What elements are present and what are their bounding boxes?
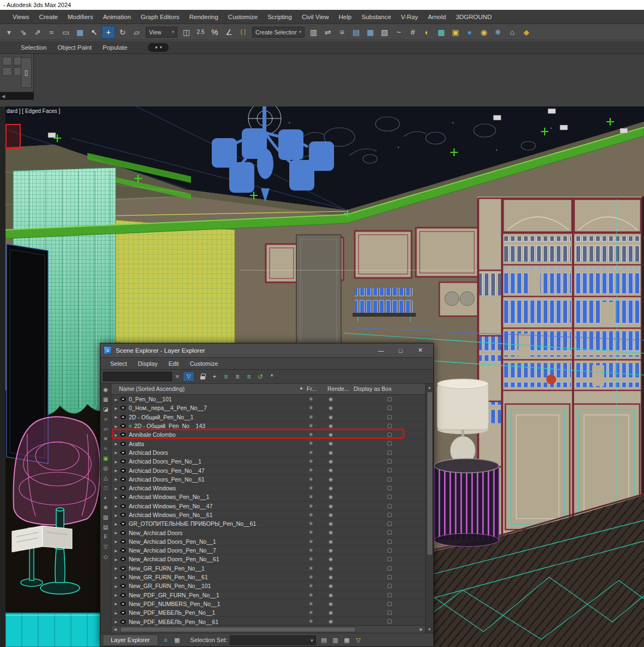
renderable-icon[interactable]: ◉: [329, 619, 333, 624]
display-as-box-icon[interactable]: ▢: [387, 423, 392, 429]
renderable-icon[interactable]: ◉: [329, 574, 333, 580]
display-materials-icon[interactable]: ◐: [102, 493, 110, 502]
menu-modifiers[interactable]: Modifiers: [63, 11, 98, 22]
frozen-icon[interactable]: ❄: [309, 467, 313, 473]
layer-row-new-pdf-мебель-pen-no-61[interactable]: ▶New_PDF_МЕБЕЛЬ_Pen_No__61❄◉▢: [111, 617, 425, 625]
lock-layers-icon[interactable]: [198, 372, 208, 382]
expand-arrow-icon[interactable]: ▶: [113, 504, 119, 508]
layer-row-new-archicad-doors-pen-no-1[interactable]: ▶New_Archicad Doors_Pen_No__1❄◉▢: [111, 537, 425, 546]
layer-row-new-archicad-doors[interactable]: ▶New_Archicad Doors❄◉▢: [111, 528, 425, 537]
visibility-eye-icon[interactable]: [120, 593, 126, 597]
ribbon-tab-populate[interactable]: Populate: [97, 43, 133, 52]
display-as-box-icon[interactable]: ▢: [387, 467, 392, 473]
expand-arrow-icon[interactable]: ▶: [113, 611, 119, 615]
display-as-box-icon[interactable]: ▢: [387, 440, 392, 446]
frozen-icon[interactable]: ❄: [309, 450, 313, 455]
frozen-icon[interactable]: ❄: [309, 494, 313, 500]
display-as-box-icon[interactable]: ▢: [387, 449, 392, 455]
visibility-eye-icon[interactable]: [120, 610, 126, 615]
visibility-eye-icon[interactable]: [120, 584, 126, 588]
renderable-icon[interactable]: ◉: [329, 467, 333, 473]
scroll-left-icon[interactable]: ◀: [111, 626, 119, 632]
sync-layers-icon[interactable]: ↺: [255, 372, 265, 382]
display-as-box-icon[interactable]: ▢: [387, 565, 392, 571]
expand-arrow-icon[interactable]: ▶: [113, 575, 119, 579]
bind-to-space-warp-icon[interactable]: ≈: [45, 26, 58, 39]
renderable-icon[interactable]: ◉: [329, 423, 333, 429]
visibility-eye-icon[interactable]: [120, 575, 126, 579]
display-spacewarps-icon[interactable]: ≈: [102, 444, 110, 453]
panel-button[interactable]: [2, 57, 12, 66]
visibility-eye-icon[interactable]: [120, 620, 126, 624]
display-as-box-icon[interactable]: ▢: [387, 618, 392, 624]
vscroll-thumb[interactable]: [427, 391, 433, 555]
named-selection-set-dropdown[interactable]: Create Selection Se▾: [252, 27, 305, 38]
layer-row-archicad-windows-pen-no-61[interactable]: ▶Archicad Windows_Pen_No__61❄◉▢: [111, 511, 425, 519]
visibility-eye-icon[interactable]: [120, 432, 126, 437]
frozen-icon[interactable]: ❄: [309, 530, 313, 535]
renderable-icon[interactable]: ◉: [329, 583, 333, 589]
expand-arrow-icon[interactable]: ▶: [113, 531, 119, 535]
display-lights-icon[interactable]: ○: [102, 414, 110, 423]
layer-row-new-pdf-мебель-pen-no-1[interactable]: ▶New_PDF_МЕБЕЛЬ_Pen_No__1❄◉▢: [111, 608, 425, 617]
display-as-box-icon[interactable]: ▢: [387, 574, 392, 580]
frozen-icon[interactable]: ❄: [309, 396, 313, 402]
material-editor-icon[interactable]: ◐: [420, 26, 434, 39]
layer-row-archicad-windows-pen-no-1[interactable]: ▶Archicad Windows_Pen_No__1❄◉▢: [111, 492, 425, 501]
menu-v-ray[interactable]: V-Ray: [396, 11, 423, 22]
select-layer-objects-icon[interactable]: ≡: [244, 372, 254, 382]
frozen-icon[interactable]: ❄: [309, 414, 313, 420]
display-as-box-icon[interactable]: ▢: [387, 414, 392, 420]
renderable-icon[interactable]: ◉: [329, 592, 333, 598]
visibility-eye-icon[interactable]: [120, 602, 126, 606]
column-display-as-box[interactable]: Display as Box: [354, 385, 391, 392]
edit-named-sets-icon[interactable]: ▥: [307, 26, 320, 39]
layer-row-new-pdf-gr-furn-pen-no-1[interactable]: ▶New_PDF_GR_FURN_Pen_No__1❄◉▢: [111, 591, 425, 599]
select-and-move-icon[interactable]: +: [102, 26, 115, 39]
display-as-box-icon[interactable]: ▢: [387, 547, 392, 553]
visibility-eye-icon[interactable]: [120, 468, 126, 473]
visibility-eye-icon[interactable]: [120, 557, 126, 561]
horizontal-scrollbar[interactable]: ◀ ▶: [111, 625, 425, 633]
expand-arrow-icon[interactable]: ▶: [113, 486, 119, 490]
display-geometry-icon[interactable]: ▦: [102, 395, 110, 403]
mirror-icon[interactable]: ⇌: [321, 26, 335, 39]
menu-animation[interactable]: Animation: [98, 11, 136, 22]
frozen-icon[interactable]: ❄: [309, 566, 313, 571]
frozen-icon[interactable]: ❄: [309, 441, 313, 446]
expand-arrow-icon[interactable]: ▶: [113, 522, 119, 526]
frozen-icon[interactable]: ❄: [309, 592, 313, 598]
renderable-icon[interactable]: ◉: [329, 503, 333, 509]
frozen-icon[interactable]: ❄: [309, 485, 313, 491]
expand-arrow-icon[interactable]: ▶: [113, 566, 119, 570]
ribbon-tab-object-paint[interactable]: Object Paint: [52, 43, 97, 52]
layer-row-gr-отопительные-приборы-pen-no-61[interactable]: ▶GR_ОТОПИТЕЛЬНЫЕ ПРИБОРЫ_Pen_No__61❄◉▢: [111, 519, 425, 528]
expand-arrow-icon[interactable]: ▶: [113, 424, 119, 428]
teal-cabinet[interactable]: [5, 613, 102, 647]
frozen-icon[interactable]: ❄: [309, 503, 313, 509]
display-as-box-icon[interactable]: ▢: [387, 396, 392, 402]
visibility-eye-icon[interactable]: [120, 504, 126, 508]
frozen-icon[interactable]: ❄: [309, 405, 313, 411]
display-frozen-icon[interactable]: ❄: [102, 503, 110, 512]
clear-search-icon[interactable]: ✕: [174, 373, 181, 379]
menu-civil-view[interactable]: Civil View: [297, 11, 334, 22]
frozen-icon[interactable]: ❄: [309, 477, 313, 482]
vertical-scrollbar[interactable]: ▲ ▼: [425, 384, 433, 633]
display-as-box-icon[interactable]: ▢: [387, 520, 392, 526]
expand-arrow-icon[interactable]: ▶: [113, 584, 119, 588]
select-object-icon[interactable]: ↖: [87, 26, 101, 39]
reference-coordinate-dropdown[interactable]: View▾: [146, 27, 177, 38]
renderable-icon[interactable]: ◉: [329, 601, 333, 607]
display-as-box-icon[interactable]: ▢: [387, 405, 392, 411]
menu-3dground[interactable]: 3DGROUND: [451, 11, 497, 22]
frozen-icon[interactable]: ❄: [309, 423, 313, 429]
select-and-rotate-icon[interactable]: ↻: [116, 26, 129, 39]
display-children-icon[interactable]: ▤: [102, 523, 110, 531]
close-button[interactable]: ✕: [410, 345, 430, 357]
maximize-button[interactable]: □: [391, 345, 410, 357]
expand-arrow-icon[interactable]: ▶: [113, 460, 119, 464]
visibility-eye-icon[interactable]: [120, 424, 126, 428]
expand-arrow-icon[interactable]: ▶: [113, 593, 119, 597]
rendered-frame-icon[interactable]: ▣: [449, 26, 462, 39]
